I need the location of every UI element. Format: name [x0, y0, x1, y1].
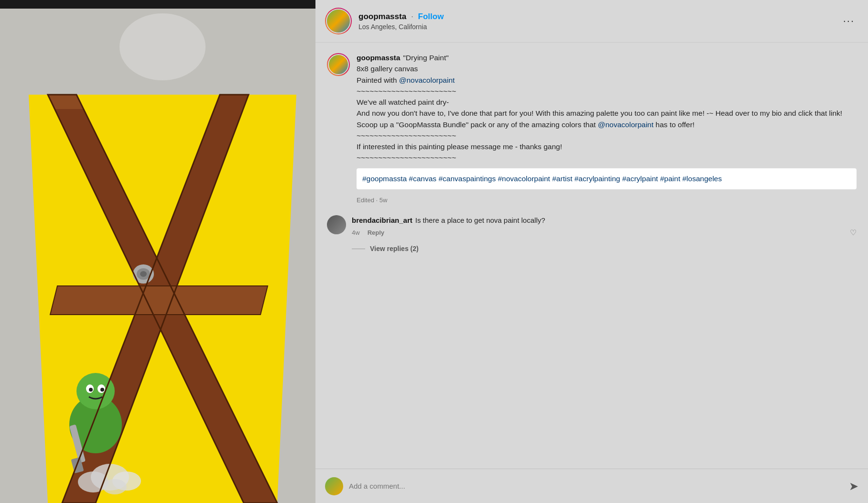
caption-line2: 8x8 gallery canvas	[357, 65, 418, 73]
hashtag-block: #goopmassta #canvas #canvaspaintings #no…	[357, 168, 857, 190]
reply-input[interactable]	[349, 482, 843, 490]
svg-marker-6	[50, 286, 268, 315]
right-panel: goopmassta · Follow Los Angeles, Califor…	[315, 0, 868, 503]
caption-title: "Drying Paint"	[403, 54, 448, 62]
follow-button[interactable]: Follow	[418, 12, 444, 22]
caption-section: goopmassta"Drying Paint" 8x8 gallery can…	[327, 52, 857, 206]
header-avatar	[326, 9, 351, 33]
comment-text: brendacibrian_artIs there a place to get…	[352, 216, 545, 224]
caption-line3-prefix: Painted with	[357, 76, 399, 84]
comment-item: brendacibrian_artIs there a place to get…	[327, 215, 857, 238]
reply-button[interactable]: Reply	[368, 229, 384, 236]
heart-icon[interactable]: ♡	[850, 228, 857, 237]
comment-meta: 4w Reply ♡	[352, 228, 857, 237]
caption-separator1: ~~~~~~~~~~~~~~~~~~~~~~~	[357, 87, 456, 95]
dot-separator: ·	[411, 12, 413, 21]
caption-body3-suffix: has to offer!	[653, 120, 694, 129]
caption-separator3: ~~~~~~~~~~~~~~~~~~~~~~~	[357, 153, 456, 162]
edited-time: Edited · 5w	[357, 197, 387, 204]
caption-body4: If interested in this painting please me…	[357, 142, 562, 151]
svg-point-1	[119, 13, 206, 80]
comment-avatar-img	[327, 215, 346, 234]
location-text: Los Angeles, California	[358, 23, 833, 31]
caption-body1: We've all watched paint dry-	[357, 98, 449, 106]
svg-point-15	[100, 388, 104, 392]
hashtags-text: #goopmassta #canvas #canvaspaintings #no…	[362, 175, 722, 183]
caption-mention1[interactable]: @novacolorpaint	[399, 76, 455, 84]
caption-avatar	[328, 54, 349, 75]
reply-input-area: ➤	[315, 469, 868, 503]
caption-avatar-wrapper	[327, 53, 350, 76]
view-replies-text[interactable]: View replies (2)	[370, 245, 419, 252]
svg-point-21	[103, 479, 127, 494]
replies-line	[352, 249, 365, 249]
artwork-svg	[0, 9, 315, 503]
svg-point-9	[140, 271, 147, 277]
post-header: goopmassta · Follow Los Angeles, Califor…	[315, 0, 868, 43]
view-replies[interactable]: View replies (2)	[352, 245, 857, 252]
comment-content: Is there a place to get nova paint local…	[415, 216, 545, 224]
avatar-image	[327, 10, 350, 33]
post-content: goopmassta"Drying Paint" 8x8 gallery can…	[315, 43, 868, 469]
header-avatar-wrapper	[325, 8, 352, 34]
comment-avatar	[327, 215, 346, 234]
comment-time: 4w	[352, 229, 360, 236]
reply-input-avatar	[325, 477, 343, 495]
top-bar	[0, 0, 315, 9]
more-options-button[interactable]: ···	[839, 13, 858, 29]
caption-body2: And now you don't have to, I've done tha…	[357, 109, 842, 117]
comment-username[interactable]: brendacibrian_art	[352, 216, 412, 224]
comment-body: brendacibrian_artIs there a place to get…	[352, 215, 857, 238]
caption-body: goopmassta"Drying Paint" 8x8 gallery can…	[357, 52, 857, 206]
comment-section: brendacibrian_artIs there a place to get…	[327, 215, 857, 253]
artwork-panel	[0, 0, 315, 503]
header-info: goopmassta · Follow Los Angeles, Califor…	[358, 12, 833, 31]
caption-mention2[interactable]: @novacolorpaint	[598, 120, 654, 129]
header-username[interactable]: goopmassta	[358, 12, 406, 22]
caption-body3-prefix: Scoop up a "GoopMassta Bundle" pack or a…	[357, 120, 598, 129]
caption-username[interactable]: goopmassta	[357, 54, 400, 62]
username-row: goopmassta · Follow	[358, 12, 833, 22]
svg-point-11	[76, 373, 115, 409]
svg-point-14	[89, 388, 93, 392]
reply-submit-button[interactable]: ➤	[849, 480, 858, 493]
caption-separator2: ~~~~~~~~~~~~~~~~~~~~~~~	[357, 131, 456, 140]
